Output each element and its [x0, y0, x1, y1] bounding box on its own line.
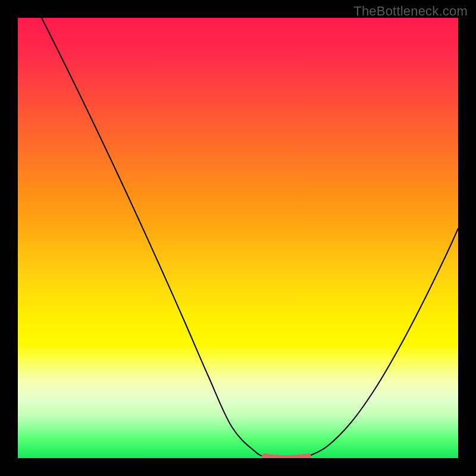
- bottleneck-curve-left: [42, 18, 265, 456]
- bottleneck-flat-marker: [265, 456, 308, 458]
- plot-area: [18, 18, 458, 458]
- chart-svg: [18, 18, 458, 458]
- bottleneck-curve-right: [308, 228, 458, 456]
- chart-frame: TheBottleneck.com: [0, 0, 476, 476]
- watermark-text: TheBottleneck.com: [353, 4, 468, 19]
